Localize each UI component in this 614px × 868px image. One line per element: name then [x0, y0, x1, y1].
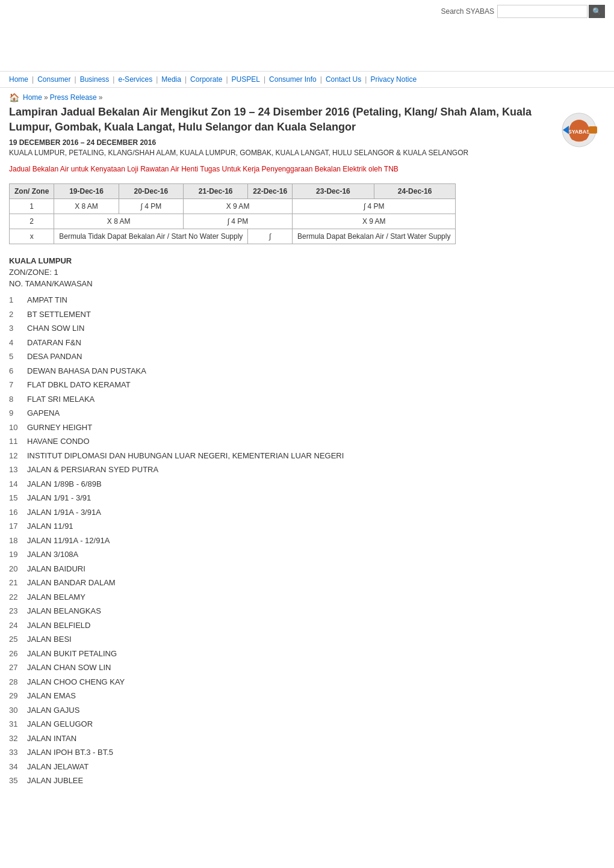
table-header-zone: Zon/ Zone: [10, 184, 54, 199]
nav-item-consumer-info[interactable]: Consumer Info: [269, 75, 317, 84]
list-item: 33JALAN IPOH BT.3 - BT.5: [9, 746, 542, 759]
schedule-table: Zon/ Zone 19-Dec-16 20-Dec-16 21-Dec-16 …: [9, 183, 456, 244]
page-title: Lampiran Jadual Bekalan Air Mengikut Zon…: [9, 105, 542, 135]
list-item: 29JALAN EMAS: [9, 690, 542, 702]
list-item: 24JALAN BELFIELD: [9, 620, 542, 632]
list-item: 23JALAN BELANGKAS: [9, 605, 542, 617]
nav-item-corporate[interactable]: Corporate: [190, 75, 222, 84]
nav-item-eservices[interactable]: e-Services: [118, 75, 152, 84]
item-list: 1AMPAT TIN2BT SETTLEMENT3CHAN SOW LIN4DA…: [9, 294, 542, 787]
list-item: 30JALAN GAJUS: [9, 704, 542, 716]
location-info: KUALA LUMPUR, PETALING, KLANG/SHAH ALAM,…: [9, 149, 542, 157]
list-item: 19JALAN 3/108A: [9, 549, 542, 561]
home-icon: 🏠: [9, 93, 19, 102]
nav-item-privacy-notice[interactable]: Privacy Notice: [370, 75, 417, 84]
list-item: 17JALAN 11/91: [9, 520, 542, 532]
list-item: 1AMPAT TIN: [9, 294, 542, 306]
list-item: 10GURNEY HEIGHT: [9, 422, 542, 434]
table-header-23dec: 23-Dec-16: [293, 184, 374, 199]
list-item: 28JALAN CHOO CHENG KAY: [9, 676, 542, 688]
list-item: 8FLAT SRI MELAKA: [9, 393, 542, 405]
list-item: 11HAVANE CONDO: [9, 436, 542, 448]
search-input[interactable]: [497, 5, 588, 18]
notice-link[interactable]: Jadual Bekalan Air untuk Kenyataan Loji …: [9, 164, 542, 174]
list-item: 31JALAN GELUGOR: [9, 718, 542, 730]
zone-label: ZON/ZONE: 1: [9, 268, 542, 277]
nav-item-media[interactable]: Media: [161, 75, 181, 84]
logo-area: [0, 23, 614, 71]
table-header-20dec: 20-Dec-16: [119, 184, 183, 199]
list-item: 26JALAN BUKIT PETALING: [9, 648, 542, 660]
breadcrumb: 🏠 Home » Press Release »: [0, 88, 614, 105]
list-item: 20JALAN BAIDURI: [9, 563, 542, 575]
list-item: 16JALAN 1/91A - 3/91A: [9, 506, 542, 519]
list-item: 7FLAT DBKL DATO KERAMAT: [9, 379, 542, 391]
list-item: 6DEWAN BAHASA DAN PUSTAKA: [9, 365, 542, 377]
nav-bar: Home | Consumer | Business | e-Services …: [0, 71, 614, 88]
table-header-19dec: 19-Dec-16: [54, 184, 119, 199]
list-item: 32JALAN INTAN: [9, 733, 542, 745]
list-item: 22JALAN BELAMY: [9, 591, 542, 603]
breadcrumb-home[interactable]: Home: [23, 93, 42, 102]
list-item: 14JALAN 1/89B - 6/89B: [9, 478, 542, 490]
list-item: 13JALAN & PERSIARAN SYED PUTRA: [9, 464, 542, 476]
table-row: 1 X 8 AM ∫ 4 PM X 9 AM ∫ 4 PM: [10, 199, 456, 214]
list-header: NO. TAMAN/KAWASAN: [9, 279, 542, 288]
svg-text:SYABAS: SYABAS: [568, 129, 591, 135]
table-row: 2 X 8 AM ∫ 4 PM X 9 AM: [10, 214, 456, 229]
content-area: Lampiran Jadual Bekalan Air Mengikut Zon…: [9, 105, 542, 789]
table-row: x Bermula Tidak Dapat Bekalan Air / Star…: [10, 229, 456, 244]
nav-item-consumer[interactable]: Consumer: [37, 75, 70, 84]
list-item: 12INSTITUT DIPLOMASI DAN HUBUNGAN LUAR N…: [9, 450, 542, 462]
syabas-logo: SYABAS: [554, 111, 605, 150]
list-item: 3CHAN SOW LIN: [9, 322, 542, 334]
main-content: Lampiran Jadual Bekalan Air Mengikut Zon…: [0, 105, 614, 801]
search-label: Search SYABAS: [441, 7, 495, 16]
top-bar: Search SYABAS 🔍: [0, 0, 614, 23]
nav-item-business[interactable]: Business: [80, 75, 110, 84]
sidebar-logo: SYABAS: [554, 105, 605, 789]
list-item: 4DATARAN F&N: [9, 337, 542, 349]
list-item: 35JALAN JUBLEE: [9, 775, 542, 787]
list-item: 27JALAN CHAN SOW LIN: [9, 662, 542, 674]
search-button[interactable]: 🔍: [589, 5, 605, 18]
list-item: 5DESA PANDAN: [9, 351, 542, 363]
nav-item-home[interactable]: Home: [9, 75, 28, 84]
list-item: 34JALAN JELAWAT: [9, 761, 542, 773]
nav-item-puspel[interactable]: PUSPEL: [232, 75, 260, 84]
breadcrumb-press-release[interactable]: Press Release: [50, 93, 97, 102]
list-item: 25JALAN BESI: [9, 633, 542, 645]
date-range: 19 DECEMBER 2016 – 24 DECEMBER 2016: [9, 138, 542, 147]
list-item: 9GAPENA: [9, 407, 542, 419]
list-item: 18JALAN 11/91A - 12/91A: [9, 535, 542, 547]
svg-rect-2: [589, 126, 597, 134]
nav-item-contact-us[interactable]: Contact Us: [326, 75, 361, 84]
table-header-22dec: 22-Dec-16: [248, 184, 293, 199]
table-header-21dec: 21-Dec-16: [184, 184, 248, 199]
list-item: 2BT SETTLEMENT: [9, 309, 542, 321]
region-header: KUALA LUMPUR: [9, 256, 542, 265]
table-header-24dec: 24-Dec-16: [374, 184, 456, 199]
list-item: 15JALAN 1/91 - 3/91: [9, 492, 542, 504]
list-item: 21JALAN BANDAR DALAM: [9, 577, 542, 589]
